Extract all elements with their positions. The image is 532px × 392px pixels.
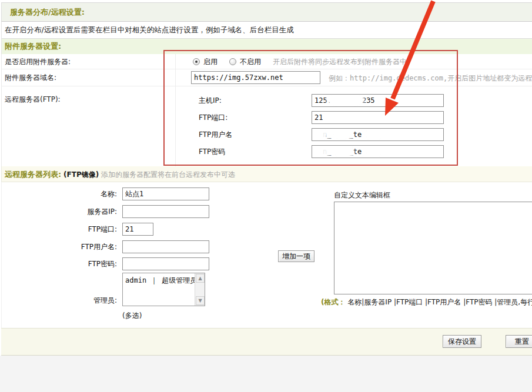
- info-bar: 在开启分布/远程设置后需要在栏目中对相关的站点进行设置，例如子域名、后台栏目生成: [1, 22, 532, 39]
- domain-row: 附件服务器域名: 例如：http://img.dedecms.com,开启后图片…: [1, 69, 532, 86]
- add-item-button[interactable]: 增加一项: [278, 250, 314, 262]
- redaction-smudge: [334, 145, 352, 158]
- user-input[interactable]: [122, 240, 209, 253]
- radio-enable-off-label[interactable]: 不启用: [240, 57, 261, 67]
- list-section-header: 远程服务器列表: (FTP镜像) 添加的服务器配置将在前台远程发布中可选: [1, 166, 532, 182]
- format-hint-text: 名称|服务器IP |FTP端口 |FTP用户名 |FTP密码 |管理员,每行: [345, 298, 532, 306]
- ftp-port-input[interactable]: [312, 111, 444, 124]
- host-ip-label: 主机IP:: [199, 94, 293, 107]
- attachment-section-title: 附件服务器设置:: [5, 42, 61, 51]
- list-section-mirror: (FTP镜像): [63, 170, 99, 179]
- admin-select-scrollbar[interactable]: ▲ ▼: [195, 273, 205, 306]
- format-hint-prefix: (格式：: [321, 298, 345, 306]
- domain-hint: 例如：http://img.dedecms.com,开启后图片地址都变为远程地址: [329, 73, 532, 83]
- scroll-up-icon[interactable]: ▲: [196, 274, 205, 283]
- enable-attachment-row: 是否启用附件服务器: 启用 不启用 开启后附件将同步远程发布到附件服务器中: [1, 54, 532, 69]
- domain-input[interactable]: [191, 71, 320, 84]
- enable-radio-group: 启用 不启用 开启后附件将同步远程发布到附件服务器中: [193, 54, 407, 69]
- custom-editor-label: 自定义文本编辑框: [334, 190, 390, 200]
- multi-select-hint: (多选): [122, 311, 142, 321]
- ftp-label: 远程服务器(FTP):: [5, 95, 61, 105]
- host-ip-suffix: 235: [362, 96, 375, 105]
- pass-label: FTP密码:: [2, 257, 117, 270]
- list-form-area: 名称: 服务器IP: FTP端口: FTP用户名: FTP密码: 管理员: ad…: [1, 182, 532, 328]
- attachment-section-header: 附件服务器设置:: [1, 39, 532, 54]
- save-settings-button[interactable]: 保存设置: [443, 335, 481, 348]
- scroll-down-icon[interactable]: ▼: [196, 296, 205, 305]
- info-text: 在开启分布/远程设置后需要在栏目中对相关的站点进行设置，例如子域名、后台栏目生成: [5, 25, 294, 34]
- enable-hint: 开启后附件将同步远程发布到附件服务器中: [273, 57, 407, 67]
- reset-button[interactable]: 重置: [506, 335, 532, 348]
- admin-settings-page: { "header": { "title": "服务器分布/远程设置:", "i…: [0, 0, 532, 392]
- page-background-filler: [0, 356, 532, 392]
- server-ip-input[interactable]: [122, 205, 209, 218]
- list-section-title: 远程服务器列表:: [5, 170, 61, 179]
- admin-label: 管理员:: [2, 294, 117, 307]
- ftp-port-label: FTP端口:: [199, 111, 293, 124]
- domain-label: 附件服务器域名:: [5, 73, 56, 83]
- enable-label: 是否启用附件服务器:: [5, 56, 71, 66]
- pass-input[interactable]: [122, 257, 209, 270]
- radio-enable-on-icon[interactable]: [193, 58, 200, 65]
- name-input[interactable]: [122, 187, 209, 200]
- name-label: 名称:: [2, 187, 117, 200]
- redaction-smudge: [366, 145, 382, 158]
- page-title-bar: 服务器分布/远程设置:: [1, 2, 532, 22]
- host-ip-input[interactable]: 125.235: [312, 94, 444, 107]
- domain-label-cell: 附件服务器域名:: [2, 69, 176, 86]
- ftp-pass-input[interactable]: n__te: [312, 145, 444, 158]
- custom-editor-textarea[interactable]: [334, 202, 532, 294]
- footer-bar: 保存设置 重置: [1, 328, 532, 356]
- format-hint: (格式： 名称|服务器IP |FTP端口 |FTP用户名 |FTP密码 |管理员…: [321, 297, 532, 307]
- redaction-smudge: [366, 128, 382, 141]
- port-input[interactable]: [122, 223, 153, 236]
- radio-enable-off-icon[interactable]: [229, 58, 236, 65]
- ftp-pass-label: FTP密码: [199, 145, 293, 158]
- radio-enable-on-label[interactable]: 启用: [203, 57, 218, 67]
- page-title: 服务器分布/远程设置:: [10, 8, 85, 16]
- ftp-row: 远程服务器(FTP): 主机IP: 125.235 FTP端口: FTP用户名 …: [1, 86, 532, 166]
- redaction-smudge: [329, 94, 363, 107]
- ftp-label-cell: 远程服务器(FTP):: [2, 86, 176, 166]
- admin-option[interactable]: admin ｜ 超级管理员: [125, 276, 197, 286]
- ftp-user-label: FTP用户名: [199, 128, 293, 141]
- redaction-smudge: [312, 128, 326, 141]
- server-ip-label: 服务器IP:: [2, 205, 117, 218]
- user-label: FTP用户名:: [2, 240, 117, 253]
- admin-multiselect[interactable]: admin ｜ 超级管理员 ▲ ▼: [122, 273, 205, 306]
- port-label: FTP端口:: [2, 223, 117, 236]
- ftp-user-input[interactable]: n__te: [312, 128, 444, 141]
- list-section-hint: 添加的服务器配置将在前台远程发布中可选: [101, 170, 235, 179]
- enable-label-cell: 是否启用附件服务器:: [2, 54, 176, 69]
- redaction-smudge: [312, 145, 327, 158]
